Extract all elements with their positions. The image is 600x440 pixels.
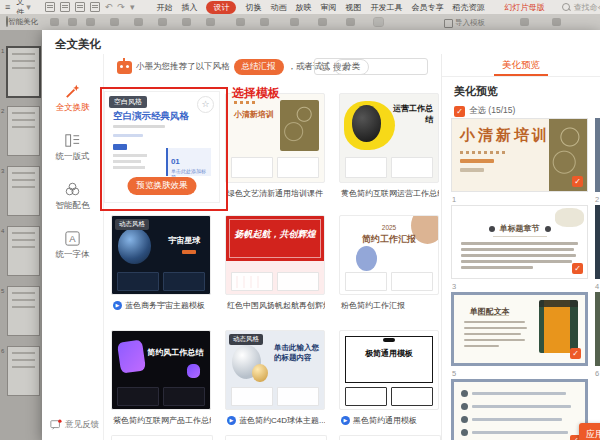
quick-access-toolbar: ↶ ↷ ▾	[45, 2, 135, 12]
template-card[interactable]: 简约风工作总结 ▶ 紫色简约互联网产品工作总结	[111, 330, 211, 430]
template-thumbnail: 扬帆起航，共创辉煌	[225, 215, 325, 295]
ribbon-tab-视图[interactable]: 视图	[345, 2, 361, 13]
slide-master-button[interactable]: 幻灯片母版	[504, 2, 544, 13]
ribbon-tab-审阅[interactable]: 审阅	[320, 2, 336, 13]
undo-icon[interactable]: ↶	[105, 3, 113, 11]
template-thumb-title: 简约风工作总结	[147, 347, 203, 358]
redo-icon[interactable]: ↷	[117, 3, 125, 11]
preview-slide-number: 5	[452, 369, 456, 378]
preview-slide-partial[interactable]	[595, 118, 600, 192]
ribbon-tab-设计[interactable]: 设计	[206, 1, 236, 14]
style-chip-button[interactable]: 总结汇报	[234, 59, 284, 75]
preview-slide[interactable]: 单标题章节 ✓	[451, 205, 588, 279]
select-all-row[interactable]: ✓ 全选 (15/15)	[454, 105, 515, 117]
dynamic-badge-icon: ▶	[113, 301, 122, 310]
wand-icon	[63, 82, 82, 101]
chevron-down-icon: ▾	[26, 3, 31, 11]
dialog-sidebar-item-智能配色[interactable]: 智能配色	[42, 180, 103, 212]
template-thumbnail: 运营工作总结	[339, 93, 439, 183]
ribbon-tab-放映[interactable]: 放映	[295, 2, 311, 13]
ribbon-tab-切换[interactable]: 切换	[245, 2, 261, 13]
template-caption: ▶ 红色中国风扬帆起航再创辉煌	[225, 295, 325, 315]
favorites-star-icon[interactable]: ☆	[298, 59, 308, 72]
ribbon-tab-插入[interactable]: 插入	[181, 2, 197, 13]
template-card[interactable]: 动态风格 宇宙星球 ▶ 蓝色商务宇宙主题模板	[111, 215, 211, 315]
preview-slide-number: 4	[595, 282, 599, 291]
feedback-button[interactable]: 意见反馈	[50, 419, 99, 431]
blank-style-card[interactable]: 空白风格 ☆ 空白演示经典风格 01 单击此处添加标题 预览换肤效果	[104, 91, 220, 203]
svg-text:A: A	[69, 233, 76, 244]
slide-checkbox[interactable]: ✓	[570, 348, 581, 359]
full-document-beautify-dialog: 全文美化 全文换肤 统一版式 智能配色 A 统一字体 意见反馈 小墨为您推荐了以…	[42, 30, 600, 440]
blank-card-title: 空白演示经典风格	[113, 110, 189, 123]
star-icon[interactable]: ☆	[197, 96, 214, 113]
print-icon[interactable]	[75, 2, 85, 12]
preview-slide[interactable]: 小清新培训 ✓	[451, 118, 588, 192]
slide-checkbox[interactable]: ✓	[572, 176, 583, 187]
font-icon: A	[63, 229, 82, 248]
template-thumb-title: 宇宙星球	[168, 235, 200, 246]
tab-beautify-preview[interactable]: 美化预览	[502, 54, 540, 72]
template-search-box[interactable]	[314, 58, 428, 75]
dialog-sidebar-item-全文换肤[interactable]: 全文换肤	[42, 82, 103, 114]
template-thumb-subtitle: 2025	[340, 224, 438, 231]
select-all-label: 全选 (15/15)	[469, 105, 515, 117]
blank-style-tag: 空白风格	[109, 96, 147, 108]
save-icon[interactable]	[45, 2, 55, 12]
print-preview-icon[interactable]	[90, 2, 100, 12]
template-card[interactable]: 2025 简约工作汇报 ▶ 粉色简约工作汇报	[339, 215, 439, 315]
chevron-down-icon[interactable]: ▾	[130, 3, 135, 11]
preview-slide[interactable]: 单图配文本 ✓	[451, 292, 588, 366]
template-card[interactable]: 动态风格 单击此输入您的标题内容 ▶ 蓝色简约C4D球体主题...	[225, 330, 325, 430]
preview-slide-number: 1	[452, 195, 456, 204]
ribbon-tab-稻壳资源[interactable]: 稻壳资源	[452, 2, 484, 13]
dialog-sidebar-item-统一字体[interactable]: A 统一字体	[42, 229, 103, 261]
template-caption: ▶ 黑色简约通用模板	[339, 410, 439, 430]
preview-tab-bar: 美化预览	[442, 54, 600, 77]
preview-slide-partial[interactable]	[595, 292, 600, 366]
search-input[interactable]	[331, 61, 415, 73]
preview-slide-title: 单图配文本	[470, 306, 510, 317]
apply-beautify-button[interactable]: 应用美化 (	[579, 423, 600, 440]
preview-slide-number: 6	[595, 369, 599, 378]
template-card-partial	[225, 435, 327, 440]
ribbon-tab-会员专享[interactable]: 会员专享	[411, 2, 443, 13]
dialog-title: 全文美化	[55, 37, 101, 52]
ribbon-tab-开始[interactable]: 开始	[156, 2, 172, 13]
template-card[interactable]: 极简通用模板 ▶ 黑色简约通用模板	[339, 330, 439, 430]
select-all-checkbox[interactable]: ✓	[454, 106, 465, 117]
template-thumbnail: 极简通用模板	[339, 330, 439, 410]
selection-annotation-label: 选择模板	[232, 85, 280, 102]
feedback-icon	[50, 419, 62, 431]
blank-card-preview: 01 单击此处添加标题	[113, 144, 211, 178]
search-icon	[562, 3, 570, 11]
ribbon-tab-动画[interactable]: 动画	[270, 2, 286, 13]
preview-slide-partial[interactable]	[595, 205, 600, 279]
hamburger-icon[interactable]: ≡	[5, 2, 10, 12]
slide-checkbox[interactable]: ✓	[572, 263, 583, 274]
template-thumbnail: 动态风格 单击此输入您的标题内容	[225, 330, 325, 410]
template-thumb-title: 运营工作总结	[390, 103, 433, 125]
dynamic-badge-icon: ▶	[341, 416, 350, 425]
template-thumbnail: 简约风工作总结	[111, 330, 211, 410]
preview-heading: 美化预览	[454, 84, 498, 99]
dialog-sidebar-item-统一版式[interactable]: 统一版式	[42, 131, 103, 163]
template-thumbnail: 小清新培训	[225, 93, 325, 183]
preview-slide-number: 3	[452, 282, 456, 291]
template-card[interactable]: 运营工作总结 ▶ 黄色简约互联网运营工作总结	[339, 93, 439, 203]
template-card-partial	[111, 435, 213, 440]
preview-skin-button[interactable]: 预览换肤效果	[128, 177, 197, 195]
preview-slide-title: 单标题章节	[452, 223, 587, 234]
preview-slide[interactable]: ✓	[451, 379, 588, 440]
export-icon[interactable]	[60, 2, 70, 12]
dialog-sidebar: 全文换肤 统一版式 智能配色 A 统一字体	[42, 54, 104, 440]
ribbon-tabs: 开始插入设计切换动画放映审阅视图开发工具会员专享稻壳资源	[156, 1, 484, 14]
menu-bar: ≡ 文件 ▾ ↶ ↷ ▾ 开始插入设计切换动画放映审阅视图开发工具会员专享稻壳资…	[0, 0, 600, 14]
recommend-text: 小墨为您推荐了以下风格	[136, 61, 230, 73]
template-card[interactable]: 扬帆起航，共创辉煌 ▶ 红色中国风扬帆起航再创辉煌	[225, 215, 325, 315]
template-card[interactable]: 小清新培训 ▶ 绿色文艺清新通用培训课件	[225, 93, 325, 203]
command-search[interactable]: 查找命令、搜索模板	[562, 2, 600, 13]
blank-card-section-number: 01	[171, 157, 180, 166]
ribbon-tab-开发工具[interactable]: 开发工具	[370, 2, 402, 13]
template-tag: 动态风格	[115, 219, 149, 230]
